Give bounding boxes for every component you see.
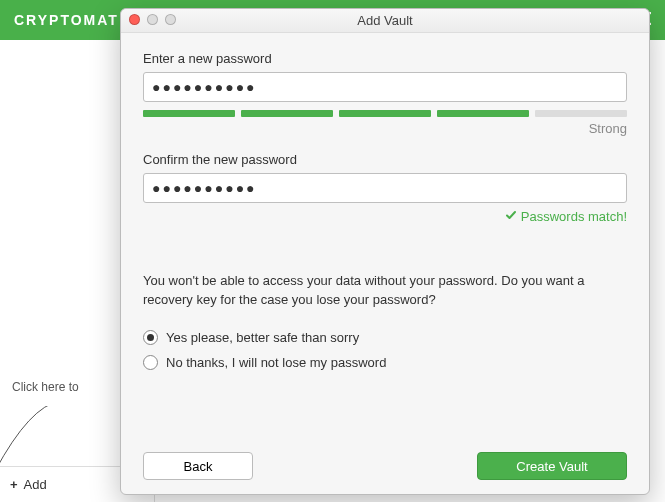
dialog-content: Enter a new password Strong Confirm the … — [121, 33, 649, 494]
confirm-password-input[interactable] — [143, 173, 627, 203]
radio-icon — [143, 355, 158, 370]
add-vault-dialog: Add Vault Enter a new password Strong Co… — [120, 8, 650, 495]
strength-seg-2 — [241, 110, 333, 117]
confirm-label: Confirm the new password — [143, 152, 627, 167]
close-window-button[interactable] — [129, 14, 140, 25]
radio-yes-label: Yes please, better safe than sorry — [166, 330, 359, 345]
strength-seg-5 — [535, 110, 627, 117]
radio-no-label: No thanks, I will not lose my password — [166, 355, 386, 370]
recovery-prompt: You won't be able to access your data wi… — [143, 272, 627, 310]
recovery-yes-radio[interactable]: Yes please, better safe than sorry — [143, 330, 627, 345]
zoom-window-button[interactable] — [165, 14, 176, 25]
minimize-window-button[interactable] — [147, 14, 158, 25]
app-title: CRYPTOMAT — [14, 12, 119, 28]
strength-seg-4 — [437, 110, 529, 117]
dialog-title: Add Vault — [121, 13, 649, 28]
strength-seg-3 — [339, 110, 431, 117]
strength-meter — [143, 110, 627, 117]
dialog-titlebar[interactable]: Add Vault — [121, 9, 649, 33]
window-controls — [129, 14, 176, 25]
password-label: Enter a new password — [143, 51, 627, 66]
radio-icon — [143, 330, 158, 345]
match-text: Passwords match! — [521, 209, 627, 224]
recovery-no-radio[interactable]: No thanks, I will not lose my password — [143, 355, 627, 370]
create-vault-button[interactable]: Create Vault — [477, 452, 627, 480]
strength-seg-1 — [143, 110, 235, 117]
password-match: Passwords match! — [143, 209, 627, 224]
add-label: Add — [24, 477, 47, 492]
check-icon — [505, 209, 517, 224]
strength-label: Strong — [143, 121, 627, 136]
password-input[interactable] — [143, 72, 627, 102]
recovery-options: Yes please, better safe than sorry No th… — [143, 320, 627, 380]
back-button[interactable]: Back — [143, 452, 253, 480]
plus-icon: + — [10, 477, 18, 492]
dialog-buttons: Back Create Vault — [143, 442, 627, 480]
